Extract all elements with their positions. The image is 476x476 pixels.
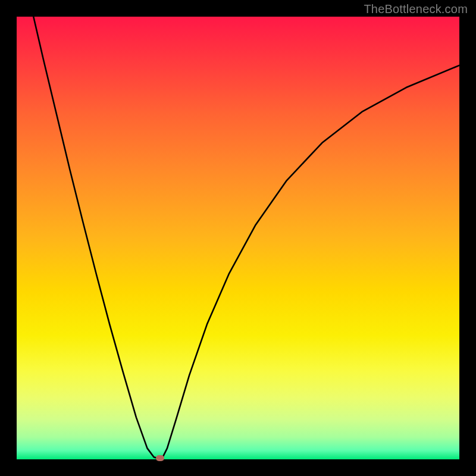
watermark-text: TheBottleneck.com: [364, 2, 468, 16]
minimum-marker: [156, 455, 164, 461]
plot-area: [17, 17, 459, 459]
curve-svg: [17, 17, 459, 459]
chart-frame: TheBottleneck.com: [0, 0, 476, 476]
bottleneck-curve: [33, 17, 459, 459]
